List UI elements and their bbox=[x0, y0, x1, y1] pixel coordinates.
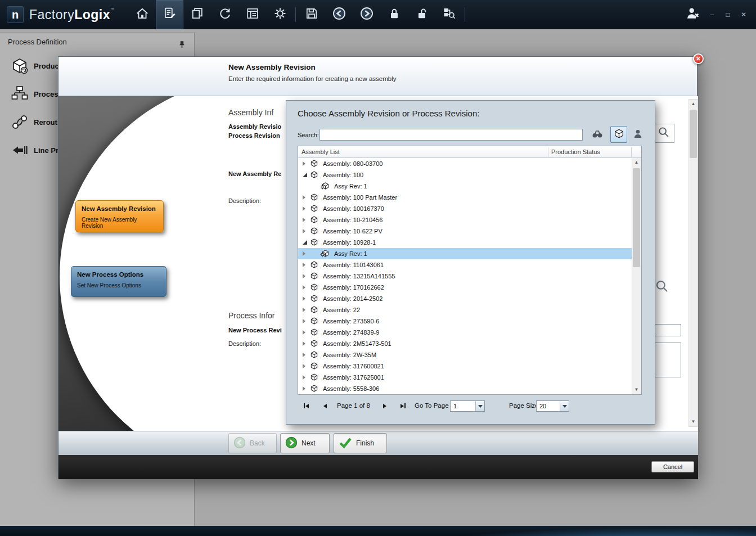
tree-row-assembly[interactable]: Assembly: 10928-1 bbox=[298, 237, 632, 248]
documents-button[interactable] bbox=[183, 0, 211, 29]
home-icon bbox=[136, 7, 149, 22]
first-page-button[interactable] bbox=[301, 402, 311, 410]
scroll-down-icon[interactable]: ▼ bbox=[632, 385, 641, 394]
goto-page-select[interactable]: 1 bbox=[450, 400, 485, 412]
wizard-scrollbar[interactable]: ▲ ▼ bbox=[688, 99, 698, 427]
expand-arrow-icon[interactable] bbox=[303, 353, 305, 357]
expand-arrow-icon[interactable] bbox=[303, 285, 305, 290]
tree-row-assembly[interactable]: Assembly: 274839-9 bbox=[298, 327, 632, 338]
finish-button[interactable]: Finish bbox=[334, 433, 387, 453]
expand-arrow-icon[interactable] bbox=[303, 330, 305, 335]
expand-arrow-icon[interactable] bbox=[303, 161, 305, 166]
column-assembly-list[interactable]: Assembly List bbox=[302, 148, 340, 155]
tree-row-assembly[interactable]: Assembly: 110143061 bbox=[298, 259, 632, 271]
expand-arrow-icon[interactable] bbox=[303, 364, 305, 368]
tree-row-assembly[interactable]: Assembly: 170162662 bbox=[298, 282, 632, 293]
unlock-button[interactable] bbox=[408, 0, 435, 29]
close-window-button[interactable]: ✕ bbox=[739, 11, 748, 19]
search-input[interactable] bbox=[320, 129, 583, 141]
panel-title: Process Definition bbox=[8, 38, 67, 46]
person-view-button[interactable] bbox=[631, 128, 645, 142]
user-logout-button[interactable] bbox=[685, 6, 701, 24]
dialog-close-button[interactable]: ✕ bbox=[693, 53, 704, 64]
expand-arrow-icon[interactable] bbox=[303, 218, 305, 222]
tree-row-assembly[interactable]: Assembly: 100167370 bbox=[298, 203, 632, 214]
tree-row-assembly[interactable]: Assembly: 2W-35M bbox=[298, 349, 632, 361]
next-page-icon bbox=[383, 404, 386, 408]
tree-row-assembly[interactable]: Assembly: 317625001 bbox=[298, 372, 632, 383]
tree-row-assembly[interactable]: Assembly: 100 Part Master bbox=[298, 192, 632, 203]
tree-row-assembly[interactable]: Assembly: 2M51473-501 bbox=[298, 338, 632, 349]
binoculars-button[interactable] bbox=[590, 128, 605, 142]
scroll-down-icon[interactable]: ▼ bbox=[689, 417, 698, 426]
process-definition-button[interactable] bbox=[156, 0, 183, 29]
collapse-arrow-icon[interactable] bbox=[303, 173, 307, 177]
scrollbar-thumb[interactable] bbox=[633, 168, 640, 267]
expand-arrow-icon[interactable] bbox=[303, 274, 305, 278]
expand-arrow-icon[interactable] bbox=[303, 206, 305, 211]
tree-row-assembly[interactable]: Assembly: 273590-6 bbox=[298, 316, 632, 327]
tree-row-label: Assembly: 100167370 bbox=[323, 205, 384, 212]
tree-row-assembly[interactable]: Assembly: 10-210456 bbox=[298, 214, 632, 226]
expand-arrow-icon[interactable] bbox=[303, 319, 305, 323]
tree-row-assembly[interactable]: Assembly: 100 bbox=[298, 169, 632, 181]
hierarchy-search-icon bbox=[443, 7, 456, 22]
step-new-assembly-revision[interactable]: New Assembly Revision Create New Assembl… bbox=[75, 200, 164, 232]
process-search-icon[interactable] bbox=[655, 279, 669, 296]
scroll-up-icon[interactable]: ▲ bbox=[689, 100, 698, 109]
maximize-button[interactable]: □ bbox=[723, 11, 732, 19]
step-title: New Process Options bbox=[77, 271, 160, 278]
assembly-icon bbox=[310, 384, 320, 393]
minimize-button[interactable]: – bbox=[708, 11, 717, 19]
tree-row-assembly[interactable]: Assembly: 2014-2502 bbox=[298, 293, 632, 304]
dialog-cancel-button[interactable]: Cancel bbox=[651, 461, 694, 472]
tree-row-revision[interactable]: Assy Rev: 1 bbox=[298, 181, 632, 192]
expand-arrow-icon[interactable] bbox=[303, 386, 305, 391]
expand-arrow-icon[interactable] bbox=[303, 375, 305, 380]
column-production-status[interactable]: Production Status bbox=[551, 148, 600, 155]
home-button[interactable] bbox=[128, 0, 156, 29]
column-divider[interactable] bbox=[548, 147, 548, 157]
expand-arrow-icon[interactable] bbox=[303, 263, 305, 267]
tree-row-assembly[interactable]: Assembly: 22 bbox=[298, 304, 632, 316]
tree-row-assembly[interactable]: Assembly: 5558-306 bbox=[298, 383, 632, 394]
last-page-button[interactable] bbox=[398, 402, 408, 410]
expand-arrow-icon[interactable] bbox=[303, 296, 305, 301]
list-scrollbar[interactable]: ▲ ▼ bbox=[632, 158, 641, 394]
expand-arrow-icon[interactable] bbox=[303, 308, 305, 312]
expand-arrow-icon[interactable] bbox=[303, 229, 305, 233]
collapse-arrow-icon[interactable] bbox=[303, 240, 307, 245]
previous-page-button[interactable] bbox=[320, 402, 330, 410]
hierarchy-search-button[interactable] bbox=[435, 0, 463, 29]
pin-icon[interactable] bbox=[178, 37, 186, 56]
expand-arrow-icon[interactable] bbox=[303, 251, 305, 256]
assembly-icon bbox=[310, 283, 320, 292]
navigate-back-button[interactable] bbox=[325, 0, 353, 29]
settings-button[interactable] bbox=[266, 0, 294, 29]
reports-button[interactable] bbox=[238, 0, 266, 29]
tree-row-assembly[interactable]: Assembly: 13215A141555 bbox=[298, 271, 632, 282]
scrollbar-thumb[interactable] bbox=[690, 110, 697, 158]
scroll-up-icon[interactable]: ▲ bbox=[632, 158, 641, 167]
tree-row-assembly[interactable]: Assembly: 10-622 PV bbox=[298, 226, 632, 237]
lock-button[interactable] bbox=[380, 0, 408, 29]
step-new-process-options[interactable]: New Process Options Set New Process Opti… bbox=[71, 266, 166, 297]
assembly-view-toggle[interactable] bbox=[610, 126, 627, 143]
navigate-forward-button[interactable] bbox=[353, 0, 380, 29]
back-button[interactable]: Back bbox=[228, 433, 277, 453]
tree-row-assembly[interactable]: Assembly: 080-03700 bbox=[298, 158, 632, 169]
assembly-search-button[interactable] bbox=[653, 124, 674, 143]
column-divider[interactable] bbox=[631, 147, 632, 157]
expand-arrow-icon[interactable] bbox=[303, 341, 305, 346]
next-page-button[interactable] bbox=[380, 402, 390, 410]
sync-button[interactable] bbox=[211, 0, 238, 29]
sidebar-item-label: Line Pr bbox=[34, 146, 58, 155]
next-button[interactable]: Next bbox=[280, 433, 330, 453]
tree-row-revision[interactable]: Assy Rev: 1 bbox=[298, 248, 632, 259]
save-button[interactable] bbox=[298, 0, 325, 29]
page-size-select[interactable]: 20 bbox=[536, 400, 569, 412]
tree-row-label: Assembly: 100 bbox=[323, 172, 363, 178]
assembly-icon bbox=[310, 238, 320, 247]
expand-arrow-icon[interactable] bbox=[303, 195, 305, 200]
tree-row-assembly[interactable]: Assembly: 317600021 bbox=[298, 361, 632, 372]
